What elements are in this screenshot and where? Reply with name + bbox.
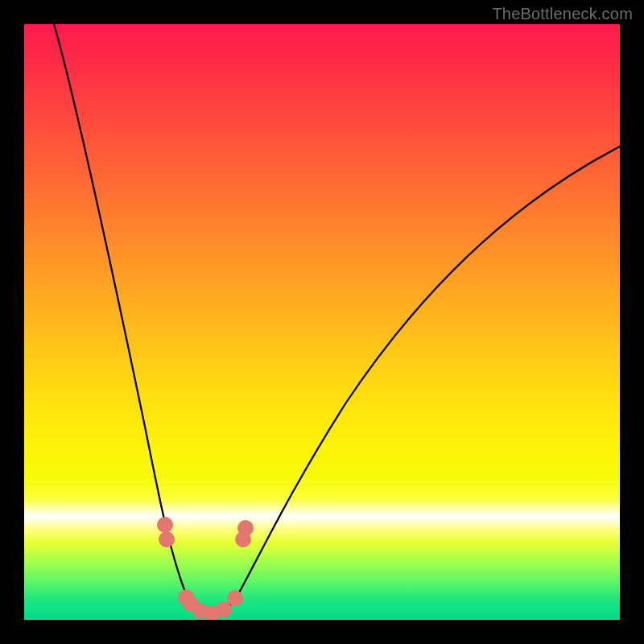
chart-frame: TheBottleneck.com (0, 0, 644, 644)
highlight-markers (157, 517, 254, 620)
svg-point-1 (159, 531, 175, 547)
svg-point-9 (237, 520, 254, 536)
svg-point-0 (157, 517, 173, 533)
plot-area (24, 24, 620, 620)
bottleneck-curve (54, 24, 620, 615)
curve-layer (24, 24, 620, 620)
watermark-text: TheBottleneck.com (492, 5, 633, 23)
svg-point-7 (227, 590, 243, 606)
